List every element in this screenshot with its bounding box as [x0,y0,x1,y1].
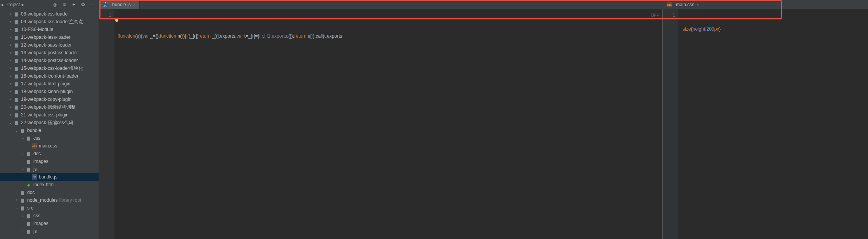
tree-item-13-webpack-postcss-loader[interactable]: ›▇13-webpack-postcss-loader [0,49,99,57]
sidebar-header: ▸ Project ◎ ≡ ÷ ✿ — [0,0,99,9]
tree-item-bundle-js[interactable]: JSbundle.js [0,173,99,181]
code-area-left[interactable]: !function(e){var _={};function n(r){if(_… [114,9,662,239]
tree-label: js [33,166,37,172]
chevron-down-icon[interactable]: ⌄ [20,136,26,140]
chevron-right-icon[interactable]: › [8,82,13,86]
chevron-down-icon[interactable]: ⌄ [14,128,19,132]
tree-label: doc [27,190,35,195]
tree-item-08-webpack-css-loader[interactable]: ›▇08-webpack-css-loader [0,10,99,18]
project-tree[interactable]: ›▇08-webpack-css-loader›▇09-webpack-css-… [0,9,99,239]
tree-label: 17-webpack-html-plugin [21,81,70,87]
tree-item-17-webpack-html-plugin[interactable]: ›▇17-webpack-html-plugin [0,80,99,88]
expand-all-icon[interactable]: ≡ [61,2,68,8]
chevron-right-icon[interactable]: › [8,20,13,24]
tree-item-node-modules[interactable]: ›▇node_moduleslibrary root [0,196,99,204]
split-editors: 1 !function(e){var _={};function n(r){if… [99,9,868,239]
close-icon[interactable]: × [133,3,135,7]
tree-item-doc[interactable]: ›▇doc [0,150,99,158]
folder-icon: ▇ [13,42,19,48]
chevron-right-icon[interactable]: › [8,66,13,70]
tree-item-16-webpack-iconfont-loader[interactable]: ›▇16-webpack-iconfont-loader [0,72,99,80]
tree-item-index-html[interactable]: ◆index.html [0,181,99,189]
tree-item-doc[interactable]: ›▇doc [0,189,99,196]
tree-item-images[interactable]: ›▇images [0,158,99,165]
caret-mark-icon [115,19,118,22]
chevron-right-icon[interactable]: › [8,28,13,31]
wrap-off-label[interactable]: OFF [651,12,659,19]
tree-label: 22-webpack-压缩css代码 [21,120,73,126]
folder-icon: ▇ [26,213,32,219]
chevron-right-icon[interactable]: › [8,90,13,94]
tab-bundle-js[interactable]: 101JS bundle.js × [99,0,140,9]
tree-item-css[interactable]: ⌄▇css [0,134,99,142]
folder-icon: ▇ [26,220,32,227]
chevron-right-icon[interactable]: › [8,59,13,62]
tab-main-css[interactable]: css main.css × [663,0,703,9]
chevron-down-icon[interactable]: ⌄ [20,167,26,171]
folder-icon: ▇ [13,65,19,71]
tree-label: 08-webpack-css-loader [21,11,69,17]
chevron-right-icon[interactable]: › [8,97,13,101]
chevron-down-icon[interactable]: ⌄ [14,206,19,210]
chevron-right-icon[interactable]: › [8,74,13,78]
editor-pane-left: 1 !function(e){var _={};function n(r){if… [99,9,662,239]
tree-label: js [33,229,37,234]
folder-icon: ▇ [13,57,19,64]
tree-item-09-webpack-css-loader-[interactable]: ›▇09-webpack-css-loader注意点 [0,18,99,26]
locate-icon[interactable]: ◎ [52,2,58,8]
folder-icon: ▇ [13,26,19,33]
folder-icon: ▇ [13,81,19,87]
collapse-all-icon[interactable]: ÷ [71,2,77,8]
editor-pane-right: css main.css × 1 .size{height:200px} [662,9,868,239]
tree-item-19-webpack-copy-plugin[interactable]: ›▇19-webpack-copy-plugin [0,95,99,103]
hide-icon[interactable]: — [89,2,95,8]
chevron-right-icon[interactable]: › [20,214,26,218]
tree-label: node_modules [27,197,58,203]
tree-item-21-webpack-css-plugin[interactable]: ›▇21-webpack-css-plugin [0,111,99,119]
chevron-right-icon[interactable]: › [20,229,26,233]
code-area-right[interactable]: .size{height:200px} [678,9,868,239]
html-icon: ◆ [26,182,32,188]
chevron-right-icon[interactable]: › [8,113,13,117]
chevron-right-icon[interactable]: › [14,191,19,194]
tree-item-bundle[interactable]: ⌄▇bundle [0,126,99,134]
chevron-right-icon[interactable]: › [8,51,13,55]
tree-item-images[interactable]: ›▇images [0,220,99,227]
tree-item-css[interactable]: ›▇css [0,212,99,220]
tree-item-14-webpack-postcss-loader[interactable]: ›▇14-webpack-postcss-loader [0,57,99,64]
folder-icon: ▇ [13,120,19,126]
folder-icon: ▇ [13,19,19,25]
tree-label: 20-webpack-层级结构调整 [21,104,76,111]
tree-item-10-es6-module[interactable]: ›▇10-ES6-Module [0,26,99,33]
tree-item-18-webpack-clean-plugin[interactable]: ›▇18-webpack-clean-plugin [0,88,99,95]
chevron-right-icon[interactable]: › [8,35,13,39]
tree-item-11-webpack-less-loader[interactable]: ›▇11-webpack-less-loader [0,33,99,41]
folder-icon: ▇ [13,96,19,102]
tree-item-12-webpack-sass-loader[interactable]: ›▇12-webpack-sass-loader [0,41,99,49]
tree-item-js[interactable]: ›▇js [0,227,99,235]
tree-label: doc [33,151,41,156]
tree-label: images [33,221,49,226]
chevron-right-icon[interactable]: › [20,159,26,163]
tree-item-20-webpack-[interactable]: ›▇20-webpack-层级结构调整 [0,103,99,111]
project-icon: ▸ [2,2,4,7]
tree-label: 11-webpack-less-loader [21,35,70,40]
tree-item-src[interactable]: ⌄▇src [0,204,99,212]
chevron-right-icon[interactable]: › [8,105,13,109]
close-icon[interactable]: × [696,3,699,7]
tree-item-15-webpack-css-loader-[interactable]: ›▇15-webpack-css-loader模块化 [0,64,99,72]
tree-item-main-css[interactable]: cssmain.css [0,142,99,150]
tree-label: 13-webpack-postcss-loader [21,50,78,55]
chevron-right-icon[interactable]: › [20,222,26,225]
chevron-right-icon[interactable]: › [8,43,13,47]
gear-icon[interactable]: ✿ [80,2,86,8]
folder-icon: ▇ [26,135,32,141]
js-icon: JS [32,174,37,180]
tree-item-22-webpack-css-[interactable]: ⌄▇22-webpack-压缩css代码 [0,119,99,126]
chevron-right-icon[interactable]: › [14,198,19,202]
chevron-right-icon[interactable]: › [20,152,26,156]
tree-item-js[interactable]: ⌄▇js [0,165,99,173]
chevron-right-icon[interactable]: › [8,12,13,16]
chevron-down-icon[interactable]: ⌄ [8,121,13,125]
sidebar-title-group[interactable]: ▸ Project [2,2,24,7]
